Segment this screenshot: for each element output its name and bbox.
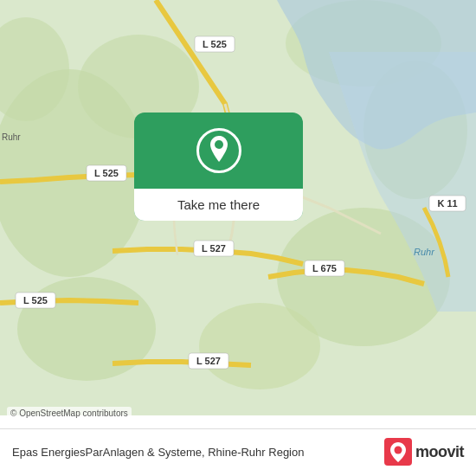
map-container: L 525 L 525 L 525 L 527 L 527 L 675 K 11… [0, 0, 476, 476]
location-pin-icon [196, 128, 241, 173]
moovit-logo: moovit [384, 438, 464, 466]
take-me-there-button[interactable]: Take me there [134, 189, 303, 221]
footer-bar: Epas EnergiesParAnlagen & Systeme, Rhine… [0, 428, 476, 476]
svg-text:L 525: L 525 [23, 295, 48, 306]
svg-point-27 [394, 447, 402, 454]
location-title: Epas EnergiesParAnlagen & Systeme, Rhine… [12, 446, 384, 459]
svg-point-5 [199, 303, 320, 389]
popup-card-inner [134, 113, 303, 177]
svg-text:L 675: L 675 [312, 263, 337, 273]
svg-text:L 527: L 527 [196, 356, 221, 366]
svg-text:L 527: L 527 [202, 243, 226, 254]
svg-point-25 [215, 140, 223, 149]
svg-text:L 525: L 525 [94, 168, 119, 178]
svg-text:Ruhr: Ruhr [2, 132, 21, 142]
svg-text:L 525: L 525 [203, 39, 227, 49]
moovit-logo-icon [384, 438, 412, 466]
popup-card: Take me there [134, 113, 303, 221]
svg-text:Ruhr: Ruhr [414, 247, 435, 257]
map-attribution: © OpenStreetMap contributors [7, 407, 132, 420]
moovit-text: moovit [415, 443, 464, 461]
svg-text:K 11: K 11 [437, 198, 457, 209]
